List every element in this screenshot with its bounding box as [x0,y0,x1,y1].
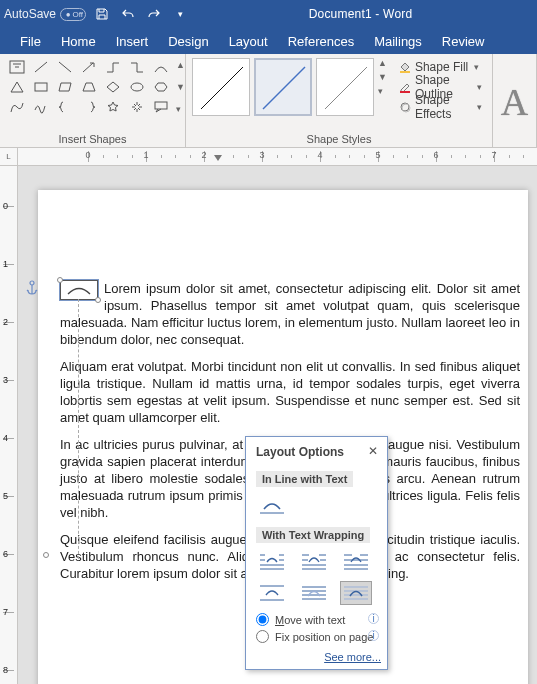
paragraph[interactable]: Lorem ipsum dolor sit amet, consectetur … [60,280,520,348]
svg-line-9 [325,67,367,109]
shape-textbox-icon[interactable] [6,58,28,76]
style-scroll-down-icon[interactable]: ▼ [378,72,387,82]
shape-diamond-icon[interactable] [102,78,124,96]
svg-point-14 [30,281,34,285]
shape-line-icon[interactable] [30,58,52,76]
svg-rect-4 [35,83,47,91]
radio-input[interactable] [256,613,269,626]
wrap-option-topbottom[interactable] [256,581,288,605]
save-icon[interactable] [94,6,110,22]
paragraph-text: Aliquam erat volutpat. Morbi tincidunt n… [60,359,520,425]
close-icon[interactable]: ✕ [365,443,381,459]
effects-icon [399,101,411,113]
document-title: Document1 - Word [188,7,533,21]
shape-trapezoid-icon[interactable] [78,78,100,96]
qat-dropdown-icon[interactable]: ▾ [172,6,188,22]
selection-handle-icon[interactable] [95,297,101,303]
group-label-shape-styles: Shape Styles [192,131,486,145]
ruler-corner-tabstop-icon[interactable]: L [0,148,18,166]
ribbon-group-shape-styles: ▲ ▼ ▾ Shape Fill▾ Shape Outline▾ Shape E… [186,54,493,147]
chevron-down-icon: ▾ [477,82,482,92]
shape-freeform-icon[interactable] [6,98,28,116]
shape-elbow2-icon[interactable] [126,58,148,76]
tab-design[interactable]: Design [158,30,218,54]
shape-elbow-icon[interactable] [102,58,124,76]
autosave-toggle-icon[interactable]: ●Off [60,8,86,21]
ribbon: ▲ ▼ ▾ Insert Shapes ▲ ▼ ▾ Shape Fill▾ [0,54,537,148]
gallery-more-icon[interactable]: ▾ [176,104,185,114]
shape-style-gallery[interactable] [192,58,374,116]
horizontal-ruler[interactable]: 0123456789 [18,148,537,166]
tab-layout[interactable]: Layout [219,30,278,54]
vertical-ruler[interactable]: 012345678 [0,166,18,684]
autosave-control[interactable]: AutoSave ●Off [4,7,86,21]
shape-oval-icon[interactable] [126,78,148,96]
svg-rect-10 [400,71,410,73]
shape-line2-icon[interactable] [54,58,76,76]
style-scroll-up-icon[interactable]: ▲ [378,58,387,68]
title-bar: AutoSave ●Off ▾ Document1 - Word [0,0,537,28]
selection-handle-icon[interactable] [57,277,63,283]
gallery-scroll-down-icon[interactable]: ▼ [176,82,185,92]
info-icon[interactable]: i [368,630,379,641]
ribbon-group-wordart: A [493,54,537,147]
section-inline-label: In Line with Text [256,471,353,487]
tab-file[interactable]: File [10,30,51,54]
shape-brace-icon[interactable] [54,98,76,116]
shape-triangle-icon[interactable] [6,78,28,96]
group-label-insert-shapes: Insert Shapes [6,131,179,145]
wrap-option-behind[interactable] [298,581,330,605]
section-wrap-label: With Text Wrapping [256,527,370,543]
shape-callout-icon[interactable] [150,98,172,116]
svg-rect-11 [400,91,410,93]
shape-style-2[interactable] [254,58,312,116]
svg-point-5 [131,83,143,91]
paragraph[interactable]: Aliquam erat volutpat. Morbi tincidunt n… [60,358,520,426]
shape-effects-button[interactable]: Shape Effects▾ [395,98,486,116]
paragraph-text: Lorem ipsum dolor sit amet, consectetur … [60,281,520,347]
shapes-gallery[interactable] [6,58,172,116]
inline-shape[interactable] [60,280,98,300]
shape-hexagon-icon[interactable] [150,78,172,96]
shape-parallelogram-icon[interactable] [54,78,76,96]
radio-move-with-text[interactable]: Move with text i [256,613,381,626]
shape-effects-label: Shape Effects [415,93,471,121]
shape-scribble-icon[interactable] [30,98,52,116]
tab-review[interactable]: Review [432,30,495,54]
tab-mailings[interactable]: Mailings [364,30,432,54]
shape-rect-icon[interactable] [30,78,52,96]
svg-line-1 [35,62,47,72]
svg-line-3 [83,63,93,72]
shape-brace2-icon[interactable] [78,98,100,116]
shape-style-3[interactable] [316,58,374,116]
shape-curved-icon[interactable] [150,58,172,76]
svg-line-8 [263,67,305,109]
style-more-icon[interactable]: ▾ [378,86,387,96]
tab-insert[interactable]: Insert [106,30,159,54]
tab-references[interactable]: References [278,30,364,54]
wordart-style-thumb[interactable]: A [501,80,528,124]
shape-style-1[interactable] [192,58,250,116]
selection-handle-icon[interactable] [43,552,49,558]
svg-line-7 [201,67,243,109]
info-icon[interactable]: i [368,613,379,624]
gallery-scroll-up-icon[interactable]: ▲ [176,60,185,70]
svg-rect-6 [155,102,167,109]
wrap-option-infront[interactable] [340,581,372,605]
see-more-link[interactable]: See more... [256,651,381,663]
shape-star-icon[interactable] [102,98,124,116]
radio-label: Move with text [275,614,345,626]
wrap-option-inline[interactable] [256,493,288,517]
shape-arrow-icon[interactable] [78,58,100,76]
undo-icon[interactable] [120,6,136,22]
redo-icon[interactable] [146,6,162,22]
radio-input[interactable] [256,630,269,643]
wrap-option-square[interactable] [256,549,288,573]
chevron-down-icon: ▾ [474,62,479,72]
wrap-option-through[interactable] [340,549,372,573]
selection-guide-line [78,299,79,559]
tab-home[interactable]: Home [51,30,106,54]
radio-fix-position[interactable]: Fix position on page i [256,630,381,643]
wrap-option-tight[interactable] [298,549,330,573]
shape-burst-icon[interactable] [126,98,148,116]
